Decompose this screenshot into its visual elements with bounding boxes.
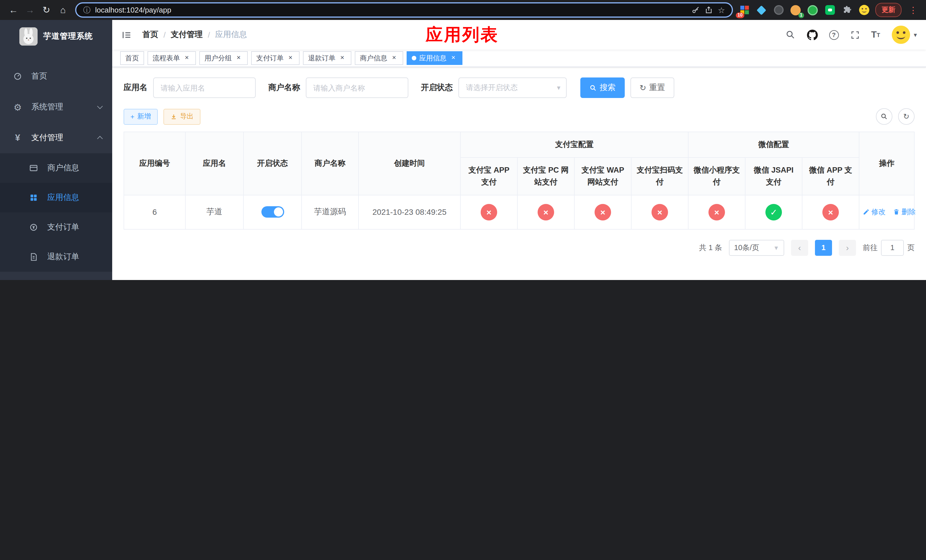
status-select[interactable]: 请选择开启状态 ▾ [458, 77, 567, 98]
check-circle-icon: ✓ [766, 204, 782, 221]
tab-merchant-info[interactable]: 商户信息 × [355, 51, 403, 65]
search-button-label: 搜索 [600, 83, 616, 93]
extension-diamond-icon[interactable] [756, 4, 767, 16]
next-page-button[interactable]: › [839, 240, 856, 256]
breadcrumb-payment[interactable]: 支付管理 [171, 30, 203, 40]
add-button[interactable]: + 新增 [124, 109, 158, 124]
close-icon[interactable]: × [286, 54, 294, 62]
sidebar-item-label: 商户信息 [47, 163, 102, 173]
close-icon[interactable]: × [235, 54, 243, 62]
extensions-puzzle-icon[interactable] [841, 4, 853, 16]
browser-reload-button[interactable]: ↻ [39, 2, 54, 18]
close-icon[interactable]: × [183, 54, 191, 62]
extension-chat-icon[interactable] [824, 4, 835, 16]
share-icon[interactable] [705, 6, 713, 14]
select-placeholder: 请选择开启状态 [466, 83, 517, 93]
cell-actions: 修改 删除 [859, 195, 914, 229]
page-size-select[interactable]: 10条/页 ▾ [729, 240, 784, 256]
tab-home[interactable]: 首页 [120, 51, 144, 65]
group-header-wechat: 微信配置 [688, 132, 859, 157]
sidebar-subitem-refund-order[interactable]: 退款订单 [0, 242, 112, 272]
close-icon[interactable]: × [338, 54, 346, 62]
cell-wechat-mini: × [688, 195, 745, 229]
col-header-create-time: 创建时间 [359, 132, 460, 195]
profile-avatar-icon[interactable] [858, 4, 870, 16]
cell-alipay-app: × [460, 195, 517, 229]
update-label: 更新 [882, 6, 895, 14]
browser-update-button[interactable]: 更新 [875, 3, 902, 17]
export-button[interactable]: 导出 [163, 109, 200, 124]
tab-pay-order[interactable]: 支付订单 × [251, 51, 300, 65]
yen-icon: ¥ [11, 133, 24, 143]
reload-icon: ↻ [43, 5, 50, 15]
pagination-total: 共 1 条 [699, 243, 722, 253]
reset-button[interactable]: ↻ 重置 [631, 77, 674, 98]
refresh-table-button[interactable]: ↻ [898, 108, 915, 125]
sidebar-collapse-button[interactable] [121, 29, 132, 40]
fullscreen-icon[interactable] [850, 30, 859, 39]
sidebar-item-label: 支付管理 [31, 133, 98, 143]
sidebar-subitem-merchant-info[interactable]: 商户信息 [0, 153, 112, 183]
app-name-input[interactable] [153, 77, 256, 98]
browser-forward-button[interactable]: → [22, 2, 38, 18]
extension-avatar-icon[interactable]: 1 [790, 4, 801, 16]
site-info-icon[interactable]: ⓘ [83, 5, 91, 15]
cross-circle-icon: × [595, 204, 611, 221]
sidebar-item-label: 退款订单 [47, 252, 102, 262]
reset-button-label: 重置 [649, 83, 665, 93]
close-icon[interactable]: × [449, 54, 457, 62]
browser-back-button[interactable]: ← [6, 2, 21, 18]
cell-wechat-app: × [802, 195, 859, 229]
tab-process-form[interactable]: 流程表单 × [147, 51, 196, 65]
close-icon[interactable]: × [390, 54, 398, 62]
prev-page-button[interactable]: ‹ [791, 240, 808, 256]
browser-menu-button[interactable]: ⋮ [907, 5, 919, 15]
tab-user-group[interactable]: 用户分组 × [199, 51, 248, 65]
sidebar-item-infra[interactable]: 基础设施 [0, 272, 112, 280]
search-icon[interactable] [785, 30, 795, 40]
tab-label: 首页 [125, 53, 139, 63]
app-logo[interactable]: 芋道管理系统 [0, 20, 112, 53]
extension-dark-icon[interactable] [773, 4, 784, 16]
user-avatar[interactable]: ▾ [891, 25, 917, 44]
breadcrumb-home[interactable]: 首页 [142, 30, 158, 40]
browser-home-button[interactable]: ⌂ [55, 2, 71, 18]
extension-grid-icon[interactable]: 10 [738, 4, 750, 16]
cell-alipay-wap: × [574, 195, 631, 229]
password-key-icon[interactable] [691, 6, 700, 14]
sidebar-item-payment[interactable]: ¥ 支付管理 [0, 123, 112, 153]
edit-link[interactable]: 修改 [863, 207, 885, 217]
tab-app-info[interactable]: 应用信息 × [407, 51, 462, 65]
url-text[interactable]: localhost:1024/pay/app [95, 6, 171, 14]
bookmark-star-icon[interactable]: ☆ [718, 5, 725, 15]
status-label: 开启状态 [421, 83, 453, 93]
sidebar-item-system[interactable]: ⚙ 系统管理 [0, 92, 112, 123]
cross-circle-icon: × [708, 204, 725, 221]
caret-down-icon: ▾ [775, 244, 778, 252]
font-size-icon[interactable]: TT [871, 30, 880, 40]
screen: ← → ↻ ⌂ ⓘ localhost:1024/pay/app ☆ 10 [0, 0, 926, 280]
delete-link[interactable]: 删除 [893, 207, 916, 217]
cell-alipay-pc: × [517, 195, 574, 229]
sidebar-subitem-pay-order[interactable]: 支付订单 [0, 212, 112, 242]
search-button[interactable]: 搜索 [580, 77, 625, 98]
hide-search-button[interactable] [876, 108, 893, 125]
address-bar[interactable]: ⓘ localhost:1024/pay/app ☆ [75, 2, 733, 18]
sidebar-subitem-app-info[interactable]: 应用信息 [0, 183, 112, 212]
breadcrumb-current: 应用信息 [215, 30, 247, 40]
page-1-button[interactable]: 1 [815, 240, 832, 256]
col-header-merchant: 商户名称 [301, 132, 359, 195]
goto-page-input[interactable] [881, 240, 904, 256]
extensions-area: 10 1 更新 ⋮ [738, 3, 920, 17]
tab-refund-order[interactable]: 退款订单 × [303, 51, 351, 65]
merchant-name-input[interactable] [306, 77, 409, 98]
help-icon[interactable]: ? [829, 30, 838, 39]
back-icon: ← [9, 5, 18, 15]
refresh-icon: ↻ [640, 83, 646, 92]
status-toggle[interactable] [261, 206, 284, 218]
sidebar-item-home[interactable]: 首页 [0, 61, 112, 92]
col-header-wechat-jsapi: 微信 JSAPI 支付 [745, 157, 802, 195]
grid-icon [27, 193, 40, 202]
extension-green-circle-icon[interactable] [807, 4, 819, 16]
github-icon[interactable] [807, 29, 817, 40]
